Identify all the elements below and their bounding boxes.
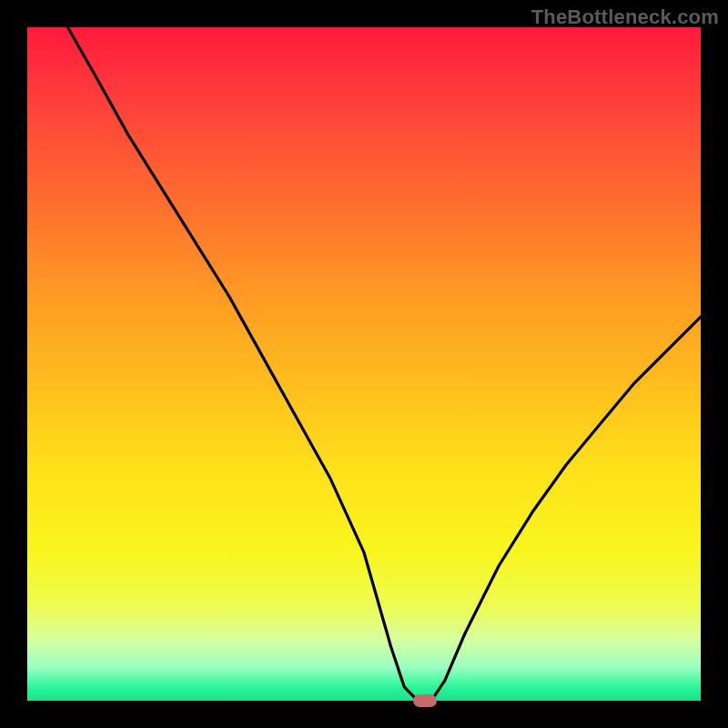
chart-frame: TheBottleneck.com — [0, 0, 728, 728]
optimal-marker — [413, 694, 437, 707]
curve-path — [67, 27, 701, 701]
bottleneck-curve — [27, 27, 701, 701]
watermark-label: TheBottleneck.com — [531, 5, 719, 29]
